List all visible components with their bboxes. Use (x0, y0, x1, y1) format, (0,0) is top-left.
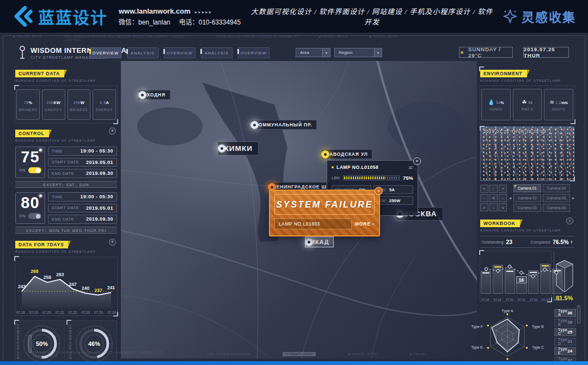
lamp-pin-icon[interactable] (218, 144, 226, 153)
svg-text:243: 243 (18, 284, 26, 289)
bar-tooltip: 16 (516, 276, 527, 283)
tab-analysis-2[interactable]: ANALYSIS (201, 47, 232, 58)
date-widget: 2019.07.25 THUR (523, 47, 569, 58)
map-label-khimki[interactable]: ХИМКИ (218, 142, 259, 155)
gauge-label: COMPARISON FOR (16, 324, 20, 360)
inspiration-collect[interactable]: 灵感收集 (503, 7, 576, 26)
deco-item: ■ TRAVEL (410, 352, 427, 356)
weather-text: SUNNDAY / 29°C (468, 46, 512, 58)
close-icon[interactable]: ✕ (375, 187, 383, 195)
brightness-bar[interactable] (343, 175, 400, 180)
tab-overview-2[interactable]: OVERVIEW (164, 47, 195, 58)
add-schedule-button[interactable]: + (109, 127, 116, 135)
stat-briness-w: 250W BRINESS (68, 89, 91, 120)
lbn-label: LBN (332, 175, 340, 180)
pan-down-right-button[interactable]: ↘ (499, 203, 507, 211)
brand-logo[interactable]: 蓝蓝设计 (12, 4, 108, 28)
workbook-more-button[interactable]: › (566, 217, 573, 224)
end-date-row[interactable]: END DATE2019.09.30 (48, 215, 117, 224)
region-select[interactable]: Region ▾ (334, 48, 382, 57)
reset-view-button[interactable]: ⟲ (489, 194, 498, 202)
line-chart-canvas: 243268258263247240237241 (15, 257, 116, 309)
camera-04-button[interactable]: Camera 04 (543, 184, 570, 192)
time-row[interactable]: TIME19:00 - 05:30 (48, 192, 117, 202)
type-row-d[interactable]: Type D31 (554, 338, 576, 346)
section-subtitle: RUNNING CONDITION OF STREETLAMP (15, 139, 117, 142)
brand-website[interactable]: www.lanlanwork.com (119, 7, 191, 15)
map-label-kommunalny[interactable]: КОММУНАЛЬНЫЙ ПР. (250, 120, 317, 130)
pan-up-button[interactable]: ↑ (489, 185, 498, 193)
system-failure-popup: ✕ SYSTEM FAILURE LAMP NO.L01803 MORE› (269, 190, 380, 236)
pan-up-left-button[interactable]: ↖ (480, 185, 488, 193)
lamp-dot-icon (39, 149, 42, 151)
prev-cameras-icon[interactable]: ◂ (509, 196, 511, 200)
type-row-b[interactable]: Type B28 (554, 319, 576, 327)
camera-01-button[interactable]: Camera 01 (513, 184, 541, 192)
lamp-pin-icon[interactable] (138, 91, 146, 99)
pan-left-button[interactable]: ← (480, 194, 488, 202)
deco-item: ■ TRAVEL BOTH (13, 35, 42, 38)
map-label-zavodskaya[interactable]: ЗАВОДСКАЯ УЛ (321, 149, 372, 159)
more-button[interactable]: MORE› (355, 221, 375, 227)
camera-06-button[interactable]: Camera 06 (543, 204, 570, 212)
stat-pm25: ☘58 PM2.5 (513, 89, 542, 120)
camera-03-button[interactable]: Camera 03 (513, 204, 541, 212)
expand-chart-button[interactable]: + (109, 239, 116, 246)
tab-overview-3[interactable]: OVERVIEW (238, 47, 270, 58)
chevron-down-icon: ▾ (374, 48, 382, 57)
schedule-toggle[interactable] (28, 167, 41, 173)
lamp-pin-icon[interactable] (321, 150, 329, 159)
deco-text-top: ■ TRAVEL BOTH TWO ROADS DIVERGED IN A YE… (13, 35, 575, 41)
tab-analysis-1[interactable]: ANALYSIS (127, 47, 158, 58)
scroll-handle[interactable] (28, 334, 32, 353)
deco-text-bottom: TWO ROADS DIVERGED IN A YELLOW WOOD, AND… (33, 351, 575, 357)
bottom-accent-bar (0, 361, 588, 365)
svg-text:Type C: Type C (532, 345, 544, 350)
stat-wind: ≋1.2m/s SOUTH (544, 89, 573, 120)
weather-widget: ☀ SUNNDAY / 29°C (459, 47, 513, 58)
stat-humidity: 💧54% HUMID (481, 89, 511, 120)
comparison-gauge-2: COMPARISON FOR 46% (68, 321, 117, 365)
week-chart-section: DATA FOR 7DAYS + RUNNING CONDITION OF ST… (15, 239, 117, 315)
start-date-row[interactable]: START DATE2019.05.01 (48, 158, 117, 167)
brand-services: 大数据可视化设计 / 软件界面设计 / 网站建设 / 手机及小程序设计 / 软件… (248, 6, 495, 27)
lamp-pin-icon[interactable] (250, 121, 259, 129)
settings-sliders-icon[interactable]: ⚌ (408, 165, 413, 170)
pan-right-button[interactable]: → (499, 194, 507, 202)
deco-item: ■ TRAVEL BOTH (348, 352, 377, 356)
time-row[interactable]: TIME19:00 - 05:30 (48, 147, 117, 156)
camera-05-button[interactable]: Camera 05 (543, 194, 570, 202)
workbook-summary: Outstanding:23 Compared:76.5% ⬆ (480, 236, 574, 248)
dashboard-header: WISDOM INTERNET OF LAMP CITY STREETLAMP … (0, 46, 588, 62)
next-cameras-icon[interactable]: ▸ (572, 196, 574, 200)
screen: 蓝蓝设计 www.lanlanwork.com▸▸▸▸▸ 微信：ben_lanl… (0, 0, 588, 365)
lanlan-logo-icon (12, 5, 34, 27)
streetlamp-icon (19, 46, 26, 60)
street-light-chip: STREET LIGHT (283, 352, 316, 356)
leaf-icon: ☘ (522, 99, 528, 105)
pan-up-right-button[interactable]: ↗ (499, 185, 507, 193)
map-label-mkad[interactable]: МКАД (305, 236, 334, 247)
area-select[interactable]: Area ▾ (296, 48, 330, 57)
brand-contact: www.lanlanwork.com▸▸▸▸▸ 微信：ben_lanlan电话：… (119, 7, 241, 26)
schedule-toggle[interactable] (28, 213, 41, 219)
workbook-bar-chart: 16 07.1807.1907.2007.2107.2207.2307.24 (480, 251, 551, 301)
type-row-a[interactable]: Type A36 (554, 309, 576, 317)
lamp-pin-icon[interactable] (305, 238, 313, 246)
stat-energy-kw: 208KW ENERGY (42, 89, 65, 120)
brand-wechat: 微信：ben_lanlan (119, 19, 170, 26)
scroll-handle[interactable] (577, 305, 580, 324)
end-date-row[interactable]: END DATE2019.09.30 (48, 169, 117, 178)
pan-down-left-button[interactable]: ↙ (480, 203, 488, 211)
camera-feed[interactable]: 2019.07.25 THUR 18:26:09 (480, 126, 574, 181)
start-date-row[interactable]: START DATE2019.05.01 (48, 204, 117, 213)
camera-02-button[interactable]: Camera 02 (513, 194, 541, 202)
comparison-gauge-1: COMPARISON FOR 50% (15, 321, 64, 365)
close-icon[interactable]: ✕ (413, 157, 421, 165)
map-label-skhodnya[interactable]: СХОДНЯ (138, 90, 170, 100)
tab-overview-1[interactable]: OVERVIEW (90, 47, 121, 58)
type-row-c[interactable]: Type C25 (554, 328, 576, 336)
city-map[interactable]: СХОДНЯ КОММУНАЛЬНЫЙ ПР. ХИМКИ ЗАВОДСКАЯ … (121, 61, 477, 358)
pan-down-button[interactable]: ↓ (489, 203, 498, 211)
gauge-value: 46% (75, 324, 114, 363)
